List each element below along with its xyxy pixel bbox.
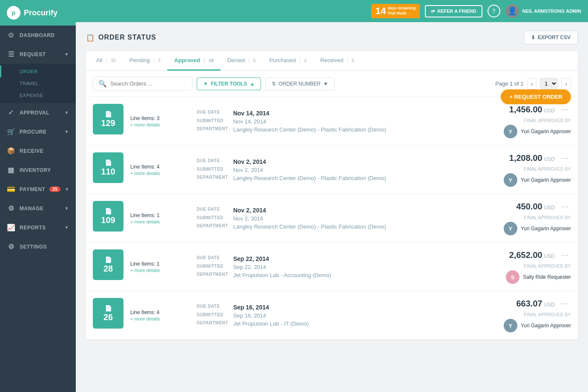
- help-button[interactable]: ?: [488, 5, 500, 17]
- payment-icon: 💳: [7, 185, 15, 193]
- approver-info: Y Yuri Gagarin Approver: [504, 125, 571, 138]
- sidebar-item-reports[interactable]: 📈 REPORTS ▼: [0, 218, 76, 237]
- sidebar-item-procure[interactable]: 🛒 PROCURE ▼: [0, 122, 76, 141]
- order-amount: 2,652.00 USD: [509, 250, 555, 260]
- manage-icon: ⚙: [7, 204, 15, 212]
- department-value: Langley Research Center (Demo) - Plastic…: [233, 223, 470, 230]
- approver-avatar: Y: [504, 222, 517, 235]
- search-box[interactable]: 🔍: [93, 77, 192, 91]
- due-date-label: DUE DATE: [197, 158, 228, 165]
- sidebar-item-dashboard[interactable]: ⊙ DASHBOARD: [0, 26, 76, 45]
- export-csv-button[interactable]: ⬇ EXPORT CSV: [524, 31, 578, 44]
- page-select[interactable]: 1: [540, 78, 558, 89]
- more-details-link[interactable]: + more details: [130, 171, 190, 176]
- approved-by-section: FINAL APPROVED BY Y Yuri Gagarin Approve…: [504, 118, 571, 138]
- order-number: 109: [101, 215, 115, 225]
- order-details: DUE DATE Sep 22, 2014 SUBMITTED Sep 22, …: [197, 249, 470, 284]
- order-number-badge: 📄 26: [93, 298, 123, 329]
- settings-icon: ⚙: [7, 243, 15, 251]
- approver-name: Yuri Gagarin Approver: [521, 129, 571, 134]
- sidebar-item-inventory[interactable]: ▦ INVENTORY: [0, 160, 76, 180]
- order-number-badge: 📄 110: [93, 152, 123, 183]
- more-options-button[interactable]: ⋯: [558, 201, 571, 212]
- tab-purchased[interactable]: Purchased | 2: [263, 51, 314, 71]
- more-details-link[interactable]: + more details: [130, 268, 190, 273]
- order-number: 28: [103, 264, 113, 274]
- chevron-down-icon: ▼: [65, 225, 69, 230]
- sidebar-item-request[interactable]: ☰ REQUEST ▼: [0, 45, 76, 64]
- logo-area[interactable]: p Procurify: [0, 0, 76, 26]
- sidebar-item-label: REPORTS: [20, 225, 46, 231]
- filter-tools-button[interactable]: ▼ FILTER TOOLS ▲: [197, 77, 261, 90]
- logo-text: Procurify: [24, 9, 57, 17]
- chevron-down-icon: ▼: [65, 187, 69, 192]
- sidebar-item-payment[interactable]: 💳 PAYMENT 25 ▼: [0, 180, 76, 199]
- chevron-down-icon: ▼: [65, 110, 69, 115]
- due-date-label: DUE DATE: [197, 255, 228, 262]
- approver-avatar: Y: [504, 173, 517, 187]
- order-doc-icon: 📄: [105, 111, 112, 117]
- department-label: DEPARTMENT: [197, 320, 228, 327]
- table-row: 📄 129 Line Items: 3 + more details DUE D…: [86, 97, 578, 146]
- sidebar-item-receive[interactable]: 📦 RECEIVE: [0, 141, 76, 160]
- sidebar-item-label: DASHBOARD: [20, 32, 55, 38]
- submitted-value: Sep 16, 2014: [233, 312, 470, 319]
- due-date-label: DUE DATE: [197, 304, 228, 311]
- submitted-value: Nov 2, 2014: [233, 215, 470, 222]
- final-approved-label: FINAL APPROVED BY: [524, 118, 571, 123]
- search-input[interactable]: [110, 80, 187, 87]
- more-options-button[interactable]: ⋯: [558, 104, 571, 115]
- due-date-label: DUE DATE: [197, 207, 228, 214]
- tab-approved[interactable]: Approved | 10: [167, 51, 221, 71]
- order-number: 26: [103, 312, 113, 322]
- sidebar-item-label: RECEIVE: [20, 148, 43, 154]
- inventory-icon: ▦: [7, 166, 15, 174]
- order-doc-icon: 📄: [105, 305, 112, 312]
- sidebar-item-settings[interactable]: ⚙ SETTINGS: [0, 237, 76, 256]
- tab-denied[interactable]: Denied | 5: [221, 51, 263, 71]
- topbar: 14 days remaining Trial Mode ⇌ REFER A F…: [76, 0, 588, 22]
- dashboard-icon: ⊙: [7, 31, 15, 39]
- more-options-button[interactable]: ⋯: [558, 298, 571, 309]
- chevron-down-icon: ▼: [65, 52, 69, 57]
- request-icon: ☰: [7, 50, 15, 58]
- line-items-count: Line Items: 4: [130, 309, 190, 315]
- approver-info: Y Yuri Gagarin Approver: [504, 222, 571, 235]
- line-items-count: Line Items: 1: [130, 212, 190, 218]
- submitted-value: Nov 2, 2014: [233, 167, 470, 173]
- sidebar-item-approval[interactable]: ✓ APPROVAL ▼: [0, 103, 76, 122]
- request-order-button[interactable]: + REQUEST ORDER: [501, 89, 571, 104]
- more-details-link[interactable]: + more details: [130, 316, 190, 321]
- receive-icon: 📦: [7, 147, 15, 155]
- tab-all[interactable]: All | 30: [89, 51, 123, 71]
- sidebar-item-travel[interactable]: TRAVEL: [0, 77, 76, 89]
- more-options-button[interactable]: ⋯: [558, 249, 571, 260]
- question-icon: ?: [492, 8, 496, 14]
- submitted-value: Sep 22, 2014: [233, 264, 470, 270]
- more-options-button[interactable]: ⋯: [558, 152, 571, 163]
- department-label: DEPARTMENT: [197, 175, 228, 181]
- approver-info: Y Yuri Gagarin Approver: [504, 319, 571, 332]
- sidebar-item-label: INVENTORY: [20, 167, 51, 173]
- more-details-link[interactable]: + more details: [130, 122, 190, 127]
- approval-icon: ✓: [7, 109, 15, 117]
- final-approved-label: FINAL APPROVED BY: [524, 167, 571, 172]
- order-number: 110: [101, 167, 115, 177]
- order-right: 663.07 USD ⋯ FINAL APPROVED BY Y Yuri Ga…: [477, 298, 571, 332]
- sidebar-item-manage[interactable]: ⚙ MANAGE ▼: [0, 199, 76, 218]
- trial-label1: days remaining: [387, 6, 416, 11]
- approver-info: Y Yuri Gagarin Approver: [504, 173, 571, 187]
- final-approved-label: FINAL APPROVED BY: [524, 215, 571, 220]
- more-details-link[interactable]: + more details: [130, 219, 190, 224]
- next-page-button[interactable]: ›: [561, 78, 571, 89]
- refer-friend-button[interactable]: ⇌ REFER A FRIEND: [425, 5, 482, 17]
- sidebar-item-order[interactable]: ORDER: [0, 66, 76, 77]
- sidebar-item-label: REQUEST: [20, 52, 46, 57]
- chevron-down-icon: ▼: [65, 206, 69, 211]
- tab-pending[interactable]: Pending | 7: [123, 51, 167, 71]
- due-date-value: Sep 22, 2014: [233, 255, 470, 262]
- sidebar-item-expense[interactable]: EXPENSE: [0, 89, 76, 101]
- sort-button[interactable]: ⇅ ORDER NUMBER ▼: [265, 77, 335, 90]
- prev-page-button[interactable]: ‹: [527, 78, 537, 89]
- tab-received[interactable]: Received | 6: [313, 51, 361, 71]
